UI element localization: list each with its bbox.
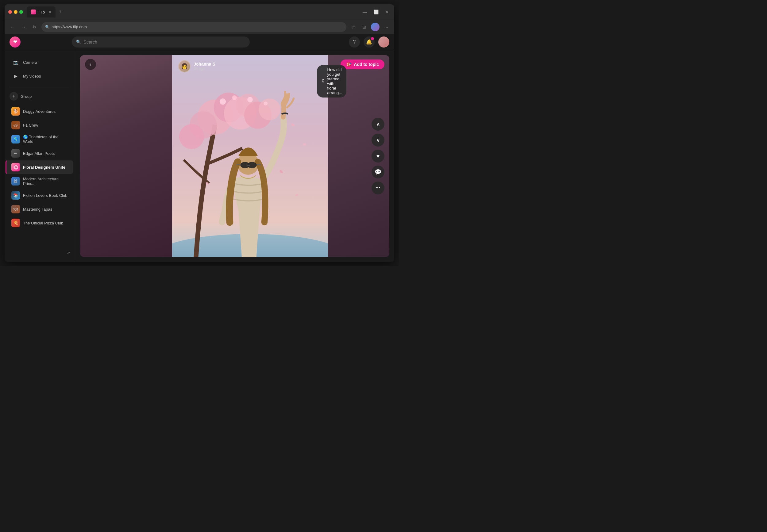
fiction-label: Fiction Lovers Book Club bbox=[23, 193, 67, 198]
minimize-icon[interactable]: — bbox=[361, 8, 368, 16]
sidebar-item-fiction[interactable]: 📚 Fiction Lovers Book Club bbox=[6, 189, 73, 202]
sidebar-divider bbox=[10, 87, 70, 87]
back-icon: ‹ bbox=[90, 62, 91, 67]
sidebar-item-floral[interactable]: 🌸 Floral Designers Unite bbox=[6, 160, 73, 174]
add-group-button[interactable]: + Group bbox=[5, 90, 75, 103]
app-logo: ❤ bbox=[10, 36, 21, 48]
video-side-actions: ∧ ∨ ♥ 💬 ••• bbox=[371, 118, 385, 194]
tri-avatar: 🌎 bbox=[11, 135, 20, 144]
svg-point-11 bbox=[232, 95, 237, 100]
search-bar-icon: 🔍 bbox=[76, 40, 81, 44]
profile-button[interactable] bbox=[371, 23, 379, 31]
add-group-icon: + bbox=[10, 92, 18, 101]
window-controls bbox=[8, 10, 23, 14]
pizza-label: The Official Pizza Club bbox=[23, 221, 63, 225]
camera-label: Camera bbox=[23, 60, 37, 65]
ellipsis-icon: ••• bbox=[375, 186, 380, 190]
title-bar-actions: — ⬜ ✕ bbox=[361, 8, 391, 16]
tab-favicon bbox=[31, 10, 36, 14]
tab-bar: Flip ✕ + bbox=[27, 6, 358, 17]
tab-close-button[interactable]: ✕ bbox=[48, 10, 51, 14]
sidebar-item-f1[interactable]: 🏎 F1 Crew bbox=[6, 118, 73, 132]
blossom-svg bbox=[172, 55, 328, 257]
main-content: ‹ 👩 Johanna S 2h ago bbox=[75, 50, 394, 262]
search-bar[interactable]: 🔍 Search bbox=[72, 36, 250, 48]
sidebar-item-doggy[interactable]: 🐕 Doggy Adventures bbox=[6, 105, 73, 118]
chevron-down-icon: ∨ bbox=[376, 137, 380, 144]
sidebar-item-tapas[interactable]: 🍽 Mastering Tapas bbox=[6, 202, 73, 216]
sidebar-collapse-button[interactable]: « bbox=[5, 248, 75, 258]
collapse-icon: « bbox=[67, 250, 70, 256]
comment-button[interactable]: 💬 bbox=[371, 166, 385, 178]
fiction-avatar: 📚 bbox=[11, 191, 20, 200]
url-bar[interactable]: 🔍 https://www.flip.com bbox=[41, 22, 346, 32]
user-avatar[interactable] bbox=[378, 36, 389, 48]
app-header: ❤ 🔍 Search ? 🔔 bbox=[5, 34, 394, 50]
author-info: Johanna S 2h ago bbox=[194, 62, 215, 71]
f1-avatar: 🏎 bbox=[11, 121, 20, 129]
sidebar-nav-section: 📷 Camera ▶ My videos bbox=[5, 54, 75, 84]
svg-point-13 bbox=[263, 101, 267, 105]
author-name: Johanna S bbox=[194, 62, 215, 67]
sidebar-item-edgar[interactable]: ✒ Edgar Allan Poets bbox=[6, 147, 73, 160]
add-topic-icon: 🎯 bbox=[346, 62, 351, 67]
notifications-button[interactable]: 🔔 bbox=[363, 36, 374, 48]
sidebar-item-triathletes[interactable]: 🌎 🌎 Triathletes of the World bbox=[6, 132, 73, 146]
main-layout: 📷 Camera ▶ My videos + Group 🐕 bbox=[5, 50, 394, 262]
sidebar-item-modern[interactable]: 🏛 Modern Architecture Princ... bbox=[6, 174, 73, 188]
prompt-text: How did you get started with floral arra… bbox=[327, 67, 342, 95]
help-button[interactable]: ? bbox=[349, 36, 360, 48]
my-videos-label: My videos bbox=[23, 74, 41, 78]
forward-nav-button[interactable]: → bbox=[19, 23, 28, 31]
floral-avatar: 🌸 bbox=[11, 163, 20, 171]
doggy-avatar: 🐕 bbox=[11, 107, 20, 116]
refresh-button[interactable]: ↻ bbox=[30, 23, 39, 31]
svg-point-10 bbox=[220, 98, 226, 105]
author-time: 2h ago bbox=[194, 67, 215, 71]
video-bg-center bbox=[172, 55, 328, 257]
add-to-topic-wrapper: 🎯 Add to topic bbox=[340, 59, 385, 69]
author-avatar: 👩 bbox=[178, 60, 190, 72]
video-container: ‹ 👩 Johanna S 2h ago bbox=[80, 55, 389, 257]
minimize-window-button[interactable] bbox=[14, 10, 17, 14]
comment-icon: 💬 bbox=[374, 169, 381, 175]
svg-point-12 bbox=[247, 97, 253, 102]
header-right: ? 🔔 bbox=[349, 36, 389, 48]
video-author-info: 👩 Johanna S 2h ago bbox=[178, 60, 215, 72]
more-options-button[interactable]: ••• bbox=[371, 182, 385, 194]
floral-label: Floral Designers Unite bbox=[23, 165, 65, 170]
tab-title: Flip bbox=[38, 10, 45, 14]
modern-avatar: 🏛 bbox=[11, 177, 20, 186]
favorites-icon[interactable]: ☆ bbox=[349, 23, 357, 31]
tri-label: 🌎 Triathletes of the World bbox=[23, 135, 68, 144]
collections-icon[interactable]: ⊞ bbox=[360, 23, 368, 31]
scroll-up-button[interactable]: ∧ bbox=[371, 118, 385, 131]
tapas-avatar: 🍽 bbox=[11, 205, 20, 213]
maximize-window-button[interactable] bbox=[19, 10, 23, 14]
add-to-topic-button[interactable]: 🎯 Add to topic bbox=[340, 59, 385, 69]
pizza-avatar: 🍕 bbox=[11, 219, 20, 227]
tapas-label: Mastering Tapas bbox=[23, 207, 52, 212]
app-wrapper: ❤ 🔍 Search ? 🔔 📷 bbox=[5, 34, 394, 262]
sidebar-item-camera[interactable]: 📷 Camera bbox=[6, 55, 73, 69]
close-window-button[interactable] bbox=[8, 10, 12, 14]
chevron-up-icon: ∧ bbox=[376, 121, 380, 128]
sidebar: 📷 Camera ▶ My videos + Group 🐕 bbox=[5, 50, 75, 262]
new-tab-button[interactable]: + bbox=[57, 8, 65, 17]
sidebar-item-pizza[interactable]: 🍕 The Official Pizza Club bbox=[6, 216, 73, 230]
browser-tab-flip[interactable]: Flip ✕ bbox=[27, 6, 56, 17]
add-topic-label: Add to topic bbox=[354, 62, 379, 67]
address-bar: ← → ↻ 🔍 https://www.flip.com ☆ ⊞ ··· bbox=[5, 20, 394, 34]
svg-point-9 bbox=[179, 124, 204, 149]
browser-menu-button[interactable]: ··· bbox=[382, 23, 391, 31]
close-icon[interactable]: ✕ bbox=[383, 8, 391, 16]
doggy-label: Doggy Adventures bbox=[23, 109, 56, 114]
scroll-down-button[interactable]: ∨ bbox=[371, 134, 385, 147]
restore-icon[interactable]: ⬜ bbox=[372, 8, 379, 16]
back-button[interactable]: ‹ bbox=[85, 59, 96, 70]
sidebar-item-my-videos[interactable]: ▶ My videos bbox=[6, 69, 73, 83]
like-button[interactable]: ♥ bbox=[371, 150, 385, 163]
back-nav-button[interactable]: ← bbox=[8, 23, 17, 31]
svg-point-8 bbox=[259, 98, 280, 120]
profile-avatar bbox=[371, 23, 379, 31]
